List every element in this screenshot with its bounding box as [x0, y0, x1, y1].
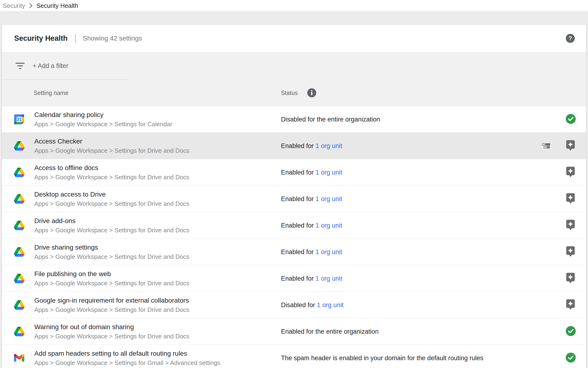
svg-text:?: ?	[569, 35, 572, 41]
table-row[interactable]: Access to offline docs Apps > Google Wor…	[2, 159, 586, 186]
settings-count: Showing 42 settings	[83, 35, 142, 42]
recommendation-badge-icon[interactable]	[566, 193, 575, 205]
recommendation-badge-icon[interactable]	[566, 246, 575, 258]
chevron-right-icon	[28, 3, 33, 9]
breadcrumb-security-link[interactable]: Security	[3, 2, 25, 9]
status-cell: Enabled for the entire organization	[281, 328, 379, 335]
status-text: Disabled for the entire organization	[281, 116, 380, 123]
setting-name-column-header: Setting name	[34, 89, 68, 96]
google-drive-icon	[14, 300, 25, 310]
table-row[interactable]: Google sign-in requirement for external …	[2, 292, 586, 318]
status-cell: Enabled for1 org unit	[281, 275, 342, 282]
setting-text: Access Checker Apps > Google Workspace >…	[34, 137, 189, 154]
setting-path: Apps > Google Workspace > Settings for D…	[34, 147, 189, 154]
setting-text: Add spam headers setting to all default …	[34, 350, 220, 367]
filter-bar: + Add a filter	[2, 52, 586, 80]
google-drive-icon	[14, 247, 25, 257]
status-text: The spam header is enabled in your domai…	[281, 354, 483, 361]
status-cell: Enabled for1 org unit	[281, 222, 342, 229]
google-drive-icon	[14, 221, 25, 230]
app-icon-slot	[14, 247, 25, 258]
google-drive-icon	[14, 141, 25, 151]
recommendation-badge-icon[interactable]	[566, 299, 575, 311]
filter-icon	[16, 63, 25, 69]
table-row[interactable]: Drive add-ons Apps > Google Workspace > …	[2, 212, 586, 239]
setting-path: Apps > Google Workspace > Settings for D…	[34, 200, 189, 207]
org-unit-link[interactable]: 1 org unit	[316, 222, 342, 229]
status-cell: Enabled for1 org unit	[281, 142, 342, 149]
help-button[interactable]: ?	[566, 34, 575, 43]
setting-name: Drive add-ons	[34, 217, 189, 225]
status-info-button[interactable]	[307, 88, 316, 97]
status-cell: The spam header is enabled in your domai…	[281, 354, 483, 362]
page-title: Security Health	[14, 34, 68, 43]
setting-path: Apps > Google Workspace > Settings for G…	[34, 359, 220, 367]
google-drive-icon	[14, 274, 25, 283]
info-icon	[307, 88, 316, 97]
setting-path: Apps > Google Workspace > Settings for D…	[34, 226, 189, 234]
add-filter-button[interactable]: + Add a filter	[33, 62, 68, 69]
app-icon-slot	[14, 273, 25, 284]
recommendation-badge-icon[interactable]	[566, 140, 575, 152]
org-unit-link[interactable]: 1 org unit	[316, 169, 342, 176]
setting-name: Access Checker	[34, 137, 189, 145]
breadcrumb: Security Security Health	[0, 0, 588, 11]
help-icon: ?	[566, 34, 575, 43]
setting-text: Desktop access to Drive Apps > Google Wo…	[34, 190, 189, 207]
table-row[interactable]: Access Checker Apps > Google Workspace >…	[2, 133, 586, 159]
google-drive-icon	[14, 327, 25, 336]
setting-text: Calendar sharing policy Apps > Google Wo…	[34, 111, 172, 128]
setting-name: Desktop access to Drive	[34, 190, 189, 198]
org-unit-link[interactable]: 1 org unit	[316, 142, 342, 149]
table-row[interactable]: File publishing on the web Apps > Google…	[2, 265, 586, 292]
app-icon-slot	[14, 193, 25, 204]
status-text: Enabled for the entire organization	[281, 328, 379, 335]
table-row[interactable]: Add spam headers setting to all default …	[2, 345, 586, 368]
org-unit-link[interactable]: 1 org unit	[316, 275, 342, 282]
setting-name: Warning for out of domain sharing	[34, 323, 189, 331]
table-row[interactable]: Drive sharing settings Apps > Google Wor…	[2, 239, 586, 265]
status-text: Disabled for	[281, 301, 315, 308]
org-unit-override-icon	[542, 143, 550, 148]
table-row[interactable]: Warning for out of domain sharing Apps >…	[2, 318, 586, 345]
app-icon-slot	[14, 300, 25, 311]
setting-name: Access to offline docs	[34, 164, 189, 172]
setting-name: Add spam headers setting to all default …	[34, 350, 220, 358]
setting-text: Access to offline docs Apps > Google Wor…	[34, 164, 189, 181]
setting-name: Drive sharing settings	[34, 243, 189, 251]
recommendation-badge-icon[interactable]	[566, 167, 575, 178]
recommendation-badge-icon[interactable]	[566, 273, 575, 284]
setting-path: Apps > Google Workspace > Settings for D…	[34, 173, 189, 181]
table-header: Setting name Status	[2, 80, 586, 106]
status-text: Enabled for	[281, 222, 314, 229]
status-ok-check-icon	[566, 353, 576, 364]
status-cell: Disabled for1 org unit	[281, 301, 344, 309]
status-ok-check-icon	[566, 114, 576, 125]
org-unit-link[interactable]: 1 org unit	[316, 248, 342, 255]
setting-path: Apps > Google Workspace > Settings for D…	[34, 253, 189, 260]
setting-text: Drive sharing settings Apps > Google Wor…	[34, 243, 189, 260]
table-row[interactable]: 31 Calendar sharing policy Apps > Google…	[2, 106, 586, 133]
status-text: Enabled for	[281, 142, 314, 149]
setting-text: Drive add-ons Apps > Google Workspace > …	[34, 217, 189, 234]
org-unit-link[interactable]: 1 org unit	[316, 195, 342, 202]
setting-path: Apps > Google Workspace > Settings for D…	[34, 332, 189, 340]
security-health-card: Security Health Showing 42 settings ? + …	[2, 25, 586, 368]
setting-text: Google sign-in requirement for external …	[34, 296, 189, 313]
org-unit-link[interactable]: 1 org unit	[317, 301, 344, 308]
status-cell: Enabled for1 org unit	[281, 169, 342, 176]
setting-path: Apps > Google Workspace > Settings for C…	[34, 120, 172, 128]
app-icon-slot	[14, 353, 25, 364]
status-cell: Enabled for1 org unit	[281, 195, 342, 202]
app-icon-slot	[14, 167, 25, 178]
table-row[interactable]: Desktop access to Drive Apps > Google Wo…	[2, 186, 586, 212]
settings-table-body: 31 Calendar sharing policy Apps > Google…	[2, 106, 586, 368]
recommendation-badge-icon[interactable]	[566, 220, 575, 231]
status-text: Enabled for	[281, 169, 314, 176]
setting-text: File publishing on the web Apps > Google…	[34, 270, 189, 287]
status-cell: Enabled for1 org unit	[281, 248, 342, 256]
google-calendar-icon: 31	[14, 114, 24, 124]
setting-path: Apps > Google Workspace > Settings for D…	[34, 306, 189, 313]
app-icon-slot	[14, 140, 25, 151]
google-drive-icon	[14, 168, 25, 177]
